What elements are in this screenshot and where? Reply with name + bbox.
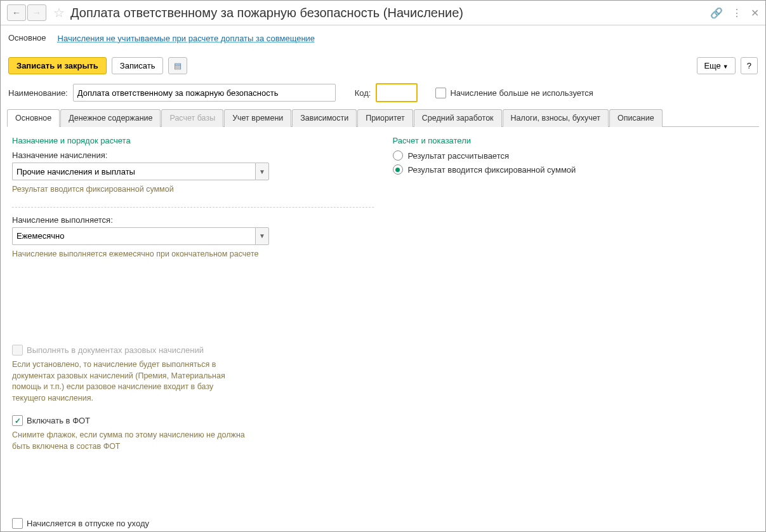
content: Назначение и порядок расчета Назначение … — [1, 127, 765, 521]
radio-calculated-label: Результат рассчитывается — [408, 151, 510, 161]
toolbar: Записать и закрыть Записать ▤ Еще▼ ? — [1, 52, 765, 79]
not-used-checkbox-row: Начисление больше не используется — [435, 88, 593, 98]
purpose-label: Назначение начисления: — [12, 150, 374, 160]
tab-base[interactable]: Расчет базы — [161, 109, 223, 127]
favorite-star-icon[interactable]: ☆ — [51, 5, 67, 20]
subnav-link[interactable]: Начисления не учитываемые при расчете до… — [58, 34, 315, 43]
onetime-checkbox-label: Выполнять в документах разовых начислени… — [27, 345, 204, 355]
exec-select-dropdown[interactable]: ▼ — [255, 227, 269, 245]
purpose-select: ▼ — [12, 163, 269, 180]
tab-deps[interactable]: Зависимости — [292, 109, 357, 127]
leave-checkbox-row: Начисляется в отпуске по уходу — [12, 518, 374, 529]
leave-checkbox[interactable] — [12, 518, 23, 529]
not-used-label: Начисление больше не используется — [450, 88, 593, 98]
exec-select-input[interactable] — [12, 227, 255, 245]
tab-average[interactable]: Средний заработок — [414, 109, 502, 127]
leave-checkbox-label: Начисляется в отпуске по уходу — [27, 519, 149, 528]
radio-dot-icon — [395, 168, 400, 172]
code-input[interactable] — [376, 83, 418, 102]
more-button[interactable]: Еще▼ — [697, 57, 735, 74]
radio-calculated-row: Результат рассчитывается — [393, 150, 755, 161]
close-icon[interactable]: ✕ — [751, 7, 759, 19]
divider — [12, 207, 374, 208]
onetime-note: Если установлено, то начисление будет вы… — [12, 359, 247, 404]
titlebar: ← → ☆ Доплата ответственному за пожарную… — [1, 1, 765, 25]
radio-fixed-row: Результат вводится фиксированной суммой — [393, 164, 755, 175]
name-input[interactable] — [73, 84, 336, 102]
kebab-menu-icon[interactable]: ⋮ — [732, 7, 742, 19]
tab-description[interactable]: Описание — [609, 109, 663, 127]
onetime-checkbox — [12, 345, 23, 356]
code-label: Код: — [355, 88, 371, 98]
tab-time[interactable]: Учет времени — [224, 109, 291, 127]
section-purpose-title: Назначение и порядок расчета — [12, 136, 374, 145]
fot-checkbox[interactable]: ✓ — [12, 415, 23, 426]
purpose-note: Результат вводится фиксированной суммой — [12, 184, 374, 196]
exec-note: Начисление выполняется ежемесячно при ок… — [12, 249, 374, 260]
window-title: Доплата ответственному за пожарную безоп… — [70, 6, 710, 20]
help-button[interactable]: ? — [741, 57, 758, 74]
fot-note: Снимите флажок, если сумма по этому начи… — [12, 430, 247, 452]
save-button[interactable]: Записать — [112, 57, 164, 74]
tab-taxes[interactable]: Налоги, взносы, бухучет — [503, 109, 609, 127]
tabs: Основное Денежное содержание Расчет базы… — [7, 109, 759, 127]
tab-money[interactable]: Денежное содержание — [60, 109, 161, 127]
nav-forward-button[interactable]: → — [27, 4, 46, 21]
left-column: Назначение и порядок расчета Назначение … — [12, 133, 374, 514]
radio-calculated[interactable] — [393, 150, 403, 161]
purpose-select-input[interactable] — [12, 163, 255, 180]
title-right-controls: 🔗 ⋮ ✕ — [710, 7, 759, 19]
chevron-down-icon: ▼ — [723, 63, 729, 70]
more-button-label: Еще — [704, 61, 720, 70]
document-icon: ▤ — [174, 61, 182, 70]
not-used-checkbox[interactable] — [435, 88, 446, 98]
subnav-main[interactable]: Основное — [8, 30, 46, 46]
right-column: Расчет и показатели Результат рассчитыва… — [393, 133, 755, 514]
radio-fixed[interactable] — [393, 164, 403, 175]
fot-checkbox-row: ✓ Включать в ФОТ — [12, 415, 374, 426]
fot-checkbox-label: Включать в ФОТ — [27, 416, 90, 425]
name-label: Наименование: — [8, 88, 68, 98]
exec-label: Начисление выполняется: — [12, 215, 374, 225]
nav-back-button[interactable]: ← — [7, 4, 26, 21]
subnav: Основное Начисления не учитываемые при р… — [1, 25, 765, 52]
save-and-close-button[interactable]: Записать и закрыть — [8, 57, 107, 74]
tab-main[interactable]: Основное — [7, 109, 60, 127]
radio-fixed-label: Результат вводится фиксированной суммой — [408, 165, 576, 175]
tab-priority[interactable]: Приоритет — [357, 109, 413, 127]
exec-select: ▼ — [12, 227, 269, 245]
name-row: Наименование: Код: Начисление больше не … — [1, 79, 765, 106]
link-icon[interactable]: 🔗 — [710, 7, 723, 19]
report-button[interactable]: ▤ — [168, 57, 187, 74]
purpose-select-dropdown[interactable]: ▼ — [255, 163, 269, 180]
onetime-checkbox-row: Выполнять в документах разовых начислени… — [12, 345, 374, 356]
window: ← → ☆ Доплата ответственному за пожарную… — [0, 0, 766, 532]
section-calc-title: Расчет и показатели — [393, 136, 755, 145]
